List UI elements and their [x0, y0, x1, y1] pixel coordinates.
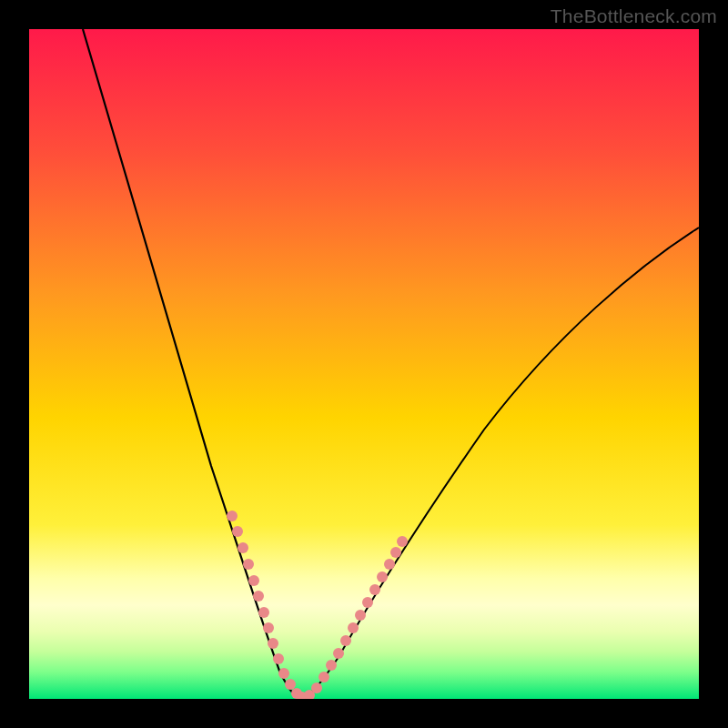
svg-point-10 — [273, 653, 284, 664]
svg-point-11 — [278, 668, 289, 679]
svg-point-25 — [377, 571, 388, 582]
svg-point-12 — [285, 679, 296, 690]
svg-point-3 — [238, 542, 248, 553]
svg-point-8 — [263, 622, 274, 633]
svg-point-26 — [384, 559, 395, 570]
svg-point-27 — [390, 547, 401, 558]
svg-point-23 — [362, 597, 373, 608]
highlight-dots — [227, 511, 408, 699]
svg-point-21 — [348, 622, 359, 633]
svg-point-2 — [232, 526, 243, 537]
svg-point-4 — [243, 559, 254, 570]
svg-point-20 — [340, 635, 351, 646]
svg-point-19 — [333, 648, 344, 659]
watermark-text: TheBottleneck.com — [551, 5, 717, 27]
bottleneck-curve — [29, 29, 699, 699]
svg-point-1 — [227, 511, 238, 521]
svg-point-16 — [311, 682, 322, 693]
svg-point-22 — [355, 610, 366, 621]
svg-point-24 — [369, 584, 380, 595]
curve-right — [300, 228, 699, 699]
svg-point-17 — [318, 672, 329, 682]
plot-area — [29, 29, 699, 699]
svg-point-5 — [248, 575, 259, 586]
curve-left — [83, 29, 300, 699]
svg-point-7 — [258, 607, 269, 618]
svg-point-6 — [253, 591, 264, 602]
svg-point-18 — [326, 660, 337, 671]
chart-frame: TheBottleneck.com — [0, 0, 728, 728]
svg-point-9 — [268, 638, 278, 649]
svg-point-28 — [397, 536, 408, 547]
